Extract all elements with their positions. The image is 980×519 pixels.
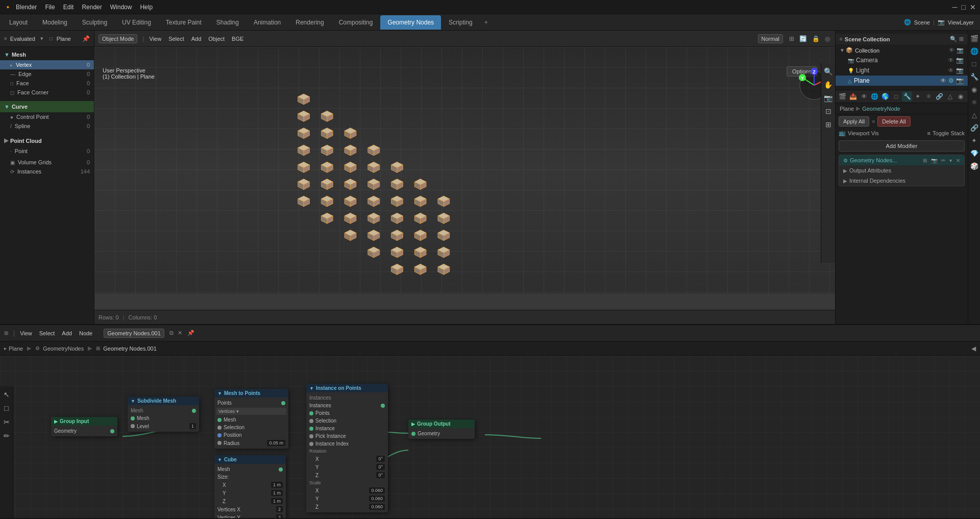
props-tab-object[interactable]: □ — [891, 91, 901, 102]
camera-render-icon[interactable]: 📷 — [956, 57, 964, 64]
mesh-item-face-corner[interactable]: ◻ Face Corner 0 — [0, 88, 94, 97]
props-tab-render[interactable]: 🎬 — [838, 91, 847, 102]
plane-hide-icon[interactable]: 👁 — [940, 77, 946, 84]
cube-vert-x-value[interactable]: 2 — [276, 506, 283, 512]
delete-all-button[interactable]: Delete All — [877, 116, 910, 127]
cube-z-value[interactable]: 1 m — [271, 498, 283, 504]
subdivide-level-value[interactable]: 1 — [189, 423, 196, 429]
node-select-menu[interactable]: Select — [39, 330, 55, 336]
light-hide-icon[interactable]: 👁 — [948, 67, 954, 74]
tab-shading[interactable]: Shading — [209, 15, 246, 30]
breadcrumb-collapse-icon[interactable]: ◀ — [971, 345, 976, 352]
apply-all-button[interactable]: Apply All — [839, 116, 869, 127]
mesh-item-face[interactable]: □ Face 0 — [0, 79, 94, 88]
modifier-vis-icon[interactable]: ⊞ — [923, 158, 927, 163]
props-icon-shading[interactable]: 💎 — [969, 147, 980, 159]
cube-vert-y-value[interactable]: 2 — [276, 514, 283, 518]
mesh-to-points-radius-value[interactable]: 0.05 m — [267, 440, 285, 446]
props-tab-constraints[interactable]: 🔗 — [935, 91, 944, 102]
menu-file[interactable]: File — [45, 4, 55, 11]
camera-view-button[interactable]: 📷 — [822, 92, 835, 104]
props-icon-particles[interactable]: ✦ — [969, 135, 980, 146]
props-tab-modifier[interactable]: 🔧 — [902, 91, 912, 102]
point-cloud-header[interactable]: ▶ Point Cloud — [0, 135, 94, 146]
tab-geometry-nodes[interactable]: Geometry Nodes — [380, 15, 441, 30]
gizmo-icon[interactable]: 🔄 — [799, 35, 807, 42]
node-mesh-to-points[interactable]: ▼ Mesh to Points Points Vertices ▾ Mesh … — [214, 389, 288, 449]
shading-selector[interactable]: Normal — [758, 34, 783, 43]
front-view-button[interactable]: ⊡ — [822, 105, 835, 117]
outliner-search-icon[interactable]: 🔍 — [950, 36, 957, 42]
viewport-vis-icon[interactable]: 📺 — [839, 130, 846, 136]
collection-disable-render-icon[interactable]: 📷 — [957, 47, 964, 54]
menu-render[interactable]: Render — [82, 4, 102, 11]
props-tab-world[interactable]: 🌎 — [880, 91, 890, 102]
tab-sculpting[interactable]: Sculpting — [75, 15, 114, 30]
iop-rot-x-value[interactable]: 0° — [376, 456, 385, 462]
props-tab-output[interactable]: 📤 — [848, 91, 858, 102]
object-mode-selector[interactable]: Object Mode — [99, 34, 137, 43]
collection-item-light[interactable]: 💡 Light 👁 📷 — [836, 65, 968, 76]
internal-dependencies-toggle[interactable]: ▶ Internal Dependencies — [839, 176, 964, 186]
props-icon-material[interactable]: ◉ — [969, 84, 980, 95]
node-close-icon[interactable]: ✕ — [178, 330, 182, 336]
breadcrumb-plane[interactable]: Plane — [9, 345, 23, 352]
outliner-filter-icon[interactable]: ⊞ — [959, 36, 964, 42]
node-view-menu[interactable]: View — [20, 330, 32, 336]
plane-render-icon[interactable]: 📷 — [956, 77, 964, 84]
zoom-in-button[interactable]: 🔍 — [822, 65, 835, 78]
node-instance-on-points[interactable]: ▼ Instance on Points Instances Instances… — [306, 384, 388, 512]
curve-section-header[interactable]: ▼ Curve — [0, 101, 94, 112]
curve-item-spline[interactable]: / Spline 0 — [0, 121, 94, 131]
props-icon-modifier[interactable]: 🔧 — [969, 71, 980, 82]
mesh-to-points-mode-selector[interactable]: Vertices ▾ — [216, 408, 286, 415]
tab-uv-editing[interactable]: UV Editing — [115, 15, 158, 30]
instances-item[interactable]: ⟳ Instances 144 — [0, 167, 94, 176]
mesh-item-vertex[interactable]: ▸ Vertex 0 — [0, 60, 94, 69]
props-icon-render[interactable]: 🎬 — [969, 33, 980, 44]
tab-texture-paint[interactable]: Texture Paint — [159, 15, 209, 30]
view-menu[interactable]: View — [150, 36, 162, 42]
viewport-canvas[interactable]: User Perspective (1) Collection | Plane … — [94, 47, 835, 293]
node-subdivide-mesh[interactable]: ▼ Subdivide Mesh Mesh Mesh Level 1 — [128, 397, 199, 432]
snap-icon[interactable]: 🔒 — [812, 35, 820, 42]
collection-hide-icon[interactable]: 👁 — [949, 47, 954, 54]
cube-y-value[interactable]: 1 m — [271, 490, 283, 496]
tab-compositing[interactable]: Compositing — [332, 15, 380, 30]
iop-scale-z-value[interactable]: 0.060 — [369, 504, 385, 510]
select-menu[interactable]: Select — [168, 36, 184, 42]
tab-rendering[interactable]: Rendering — [288, 15, 331, 30]
proportional-icon[interactable]: ◎ — [825, 35, 830, 42]
props-tab-material[interactable]: ◉ — [956, 91, 966, 102]
curve-item-control-point[interactable]: ● Control Point 0 — [0, 112, 94, 121]
node-annotate-button[interactable]: ✏ — [1, 430, 13, 442]
props-icon-extra[interactable]: 🎲 — [969, 160, 980, 171]
iop-scale-x-value[interactable]: 0.060 — [369, 487, 385, 493]
props-icon-scene[interactable]: 🌐 — [969, 45, 980, 57]
tab-modeling[interactable]: Modeling — [35, 15, 75, 30]
minimize-button[interactable]: ─ — [952, 3, 958, 11]
node-node-menu[interactable]: Node — [79, 330, 92, 336]
ortho-button[interactable]: ⊞ — [822, 118, 835, 131]
output-attributes-toggle[interactable]: ▶ Output Attributes — [839, 165, 964, 176]
breadcrumb-tree[interactable]: Geometry Nodes.001 — [103, 345, 157, 352]
tab-animation[interactable]: Animation — [247, 15, 288, 30]
plane-geonode-icon[interactable]: ⚙ — [948, 77, 954, 84]
add-workspace-button[interactable]: + — [480, 17, 492, 28]
props-tab-scene[interactable]: 🌐 — [870, 91, 879, 102]
tab-scripting[interactable]: Scripting — [442, 15, 480, 30]
iop-rot-z-value[interactable]: 0° — [376, 472, 385, 478]
add-menu[interactable]: Add — [191, 36, 202, 42]
maximize-button[interactable]: □ — [962, 3, 966, 11]
node-copy-icon[interactable]: ⧉ — [169, 330, 174, 336]
menu-edit[interactable]: Edit — [63, 4, 74, 11]
node-group-output[interactable]: ▶ Group Output Geometry — [408, 419, 475, 439]
modifier-collapse-icon[interactable]: ▾ — [949, 158, 952, 163]
mesh-item-edge[interactable]: — Edge 0 — [0, 69, 94, 79]
node-select-button[interactable]: ↖ — [1, 388, 13, 401]
props-icon-object[interactable]: □ — [969, 58, 980, 69]
node-canvas[interactable]: ↖ □ ✂ ✏ ▶ Group Input Ge — [0, 356, 980, 518]
toggle-stack-icon[interactable]: ≡ — [927, 130, 930, 136]
node-cut-links-button[interactable]: ✂ — [1, 416, 13, 428]
collection-expand[interactable]: ▼ 📦 Collection 👁 📷 — [836, 45, 968, 55]
